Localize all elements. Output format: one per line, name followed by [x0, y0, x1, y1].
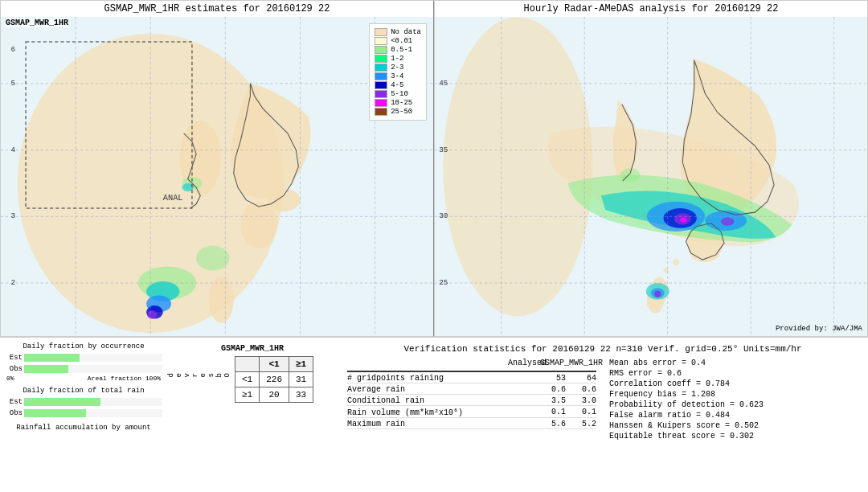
right-map-panel: Hourly Radar-AMeDAS analysis for 2016012… [434, 0, 868, 337]
stat-vals-4: 5.6 5.2 [542, 420, 596, 428]
legend-color-nodata [375, 28, 387, 36]
stat-mean-abs: Mean abs error = 0.4 [609, 359, 858, 367]
stat-false-alarm: False alarm ratio = 0.484 [609, 411, 858, 420]
stat-label-1: Average rain [347, 385, 405, 394]
svg-point-3 [240, 202, 277, 248]
svg-text:45: 45 [439, 79, 448, 88]
stat-vals-3: 0.1 0.1 [542, 408, 596, 417]
legend-label-2550: 25-50 [391, 108, 412, 116]
maps-row: GSMAP_MWR_1HR estimates for 20160129 22 … [0, 0, 868, 338]
svg-text:2: 2 [10, 278, 15, 287]
accumulation-label: Rainfall accumulation by amount [5, 424, 162, 432]
legend-item-051: 0.5-1 [375, 46, 421, 54]
stat-v2-4: 5.2 [572, 420, 596, 428]
svg-text:3: 3 [10, 211, 15, 220]
stat-v1-0: 53 [542, 374, 566, 383]
svg-point-42 [620, 168, 641, 182]
stat-vals-0: 53 64 [542, 374, 596, 383]
stat-rms: RMS error = 0.6 [609, 369, 858, 378]
legend-label-12: 1-2 [391, 55, 403, 63]
stat-row-2: Conditional rain 3.5 3.0 [347, 396, 596, 406]
header-analysed: Analysed [508, 359, 540, 367]
map-credit: Provided by: JWA/JMA [776, 325, 862, 333]
stat-row-0: # gridpoints raining 53 64 [347, 374, 596, 383]
contingency-title: GSMAP_MWR_1HR [167, 344, 338, 353]
stat-corr: Correlation coeff = 0.784 [609, 379, 858, 388]
obs-bar-fill [24, 365, 68, 373]
svg-text:6: 6 [10, 45, 15, 54]
stat-v2-1: 0.6 [572, 385, 596, 394]
verification-section: Verification statistics for 20160129 22 … [341, 341, 865, 489]
obs-rain-row: Obs [5, 408, 162, 419]
est-rain-row: Est [5, 396, 162, 408]
occurrence-axis: 0% Areal fraction 100% [5, 375, 162, 382]
stat-label-0: # gridpoints raining [347, 374, 444, 383]
obs-rain-fill [24, 409, 86, 417]
stat-hk: Hanssen & Kuipers score = 0.502 [609, 421, 858, 430]
axis-end: Areal fraction 100% [88, 375, 161, 382]
legend-label-23: 2-3 [391, 64, 403, 72]
legend-color-23 [375, 64, 387, 72]
left-map-panel: GSMAP_MWR_1HR estimates for 20160129 22 … [0, 0, 434, 337]
svg-text:30: 30 [439, 211, 448, 220]
gsmap-label: GSMAP_MWR_1HR [6, 18, 68, 27]
obs-occurrence-row: Obs [5, 363, 162, 375]
legend-item-1025: 10-25 [375, 99, 421, 107]
est-label: Est [5, 354, 23, 362]
contingency-section: GSMAP_MWR_1HR Observed <1 ≥1 [164, 341, 341, 489]
obs-v-text: Observed [167, 372, 231, 377]
stat-v2-0: 64 [572, 374, 596, 383]
legend-label-001: <0.01 [391, 37, 412, 45]
stat-label-4: Maximum rain [347, 420, 405, 428]
svg-point-34 [673, 259, 679, 265]
stats-right: Mean abs error = 0.4 RMS error = 0.6 Cor… [609, 359, 858, 442]
bottom-row: Daily fraction by occurrence Est Obs 0% [0, 338, 868, 492]
legend-label-45: 4-5 [391, 81, 403, 89]
col-header-less1: <1 [260, 357, 289, 372]
stat-ets: Equitable threat score = 0.302 [609, 432, 858, 441]
legend-color-001 [375, 37, 387, 45]
occurrence-chart: Est Obs 0% Areal fraction 100% [5, 352, 162, 382]
stat-freq-bias: Frequency bias = 1.208 [609, 390, 858, 399]
est-rain-bar-area [24, 398, 162, 406]
obs-vertical-label: Observed [167, 372, 231, 377]
legend-item-45: 4-5 [375, 81, 421, 89]
stats-header: Analysed GSMAP_MWR_1HR [347, 359, 596, 367]
verification-title: Verification statistics for 20160129 22 … [347, 344, 858, 354]
stat-v1-2: 3.5 [542, 396, 566, 405]
svg-text:ANAL: ANAL [163, 193, 183, 203]
stat-row-3: Rain volume (mm*km²x10⁶) 0.1 0.1 [347, 408, 596, 418]
stat-v1-3: 0.1 [542, 408, 566, 417]
contingency-table: <1 ≥1 <1 226 31 ≥1 [235, 356, 313, 403]
rain-chart: Est Obs [5, 396, 162, 419]
rain-chart-title: Daily fraction of total rain [5, 387, 162, 395]
legend-color-051 [375, 46, 387, 54]
obs-rain-bar-area [24, 409, 162, 417]
right-map-svg: 45 35 30 25 20 125 130 135 140 145 [435, 17, 867, 337]
row-header-less1: <1 [235, 372, 260, 387]
est-occurrence-row: Est [5, 352, 162, 363]
contingency-wrapper: Observed <1 ≥1 <1 [167, 356, 338, 403]
svg-point-5 [209, 277, 234, 323]
svg-point-41 [680, 217, 686, 222]
legend-color-1025 [375, 99, 387, 107]
legend-item-34: 3-4 [375, 72, 421, 80]
svg-point-45 [654, 290, 661, 297]
svg-point-40 [721, 217, 735, 225]
empty-space [347, 359, 508, 367]
cell-11: 226 [260, 372, 289, 387]
col-header-ge1: ≥1 [289, 357, 313, 372]
legend-item-23: 2-3 [375, 64, 421, 72]
map-legend: No data <0.01 0.5-1 1-2 2-3 [369, 23, 427, 121]
stats-grid: Analysed GSMAP_MWR_1HR # gridpoints rain… [347, 359, 858, 442]
legend-item-2550: 25-50 [375, 108, 421, 116]
obs-bar-area [24, 365, 162, 373]
legend-color-2550 [375, 108, 387, 116]
est-rain-label: Est [5, 398, 23, 406]
empty-header [235, 357, 260, 372]
stat-vals-2: 3.5 3.0 [542, 396, 596, 405]
legend-color-45 [375, 81, 387, 89]
header-divider [347, 371, 596, 372]
svg-text:5: 5 [10, 79, 15, 88]
table-row-ge1: ≥1 20 33 [235, 387, 313, 403]
